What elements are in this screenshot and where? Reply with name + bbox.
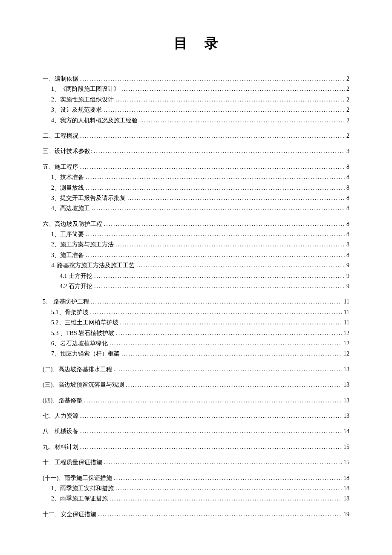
toc-dots: ........................................… [139,116,345,125]
toc-label: 5、 路基防护工程 [43,297,89,306]
toc-dots: ........................................… [86,173,345,182]
toc-entry: 3、施工准备 .................................… [51,251,349,260]
toc-page-number: 19 [343,510,349,519]
toc-dots: ........................................… [80,427,342,436]
table-of-contents: 一、编制依据 .................................… [43,74,349,519]
toc-dots: ........................................… [94,282,345,291]
toc-label: (三)、高边坡预留沉落量与观测 [43,380,124,390]
toc-page-number: 12 [343,339,349,348]
toc-dots: ........................................… [80,411,342,421]
toc-label: 十二、安全保证措施 [43,510,96,519]
toc-page-number: 8 [346,204,349,213]
toc-page-number: 13 [343,365,349,374]
toc-dots: ........................................… [86,230,345,239]
toc-entry: 五、施工程序 .................................… [43,162,349,172]
toc-page-number: 9 [346,261,349,270]
toc-dots: ........................................… [115,240,345,249]
toc-dots: ........................................… [110,494,342,503]
toc-page-number: 18 [343,474,349,483]
toc-page-number: 13 [343,396,349,405]
toc-label: 4.2 石方开挖 [60,282,92,291]
toc-page-number: 8 [346,162,349,172]
toc-entry: 5、 路基防护工程 ..............................… [43,297,349,306]
toc-page-number: 11 [344,308,349,317]
toc-page-number: 12 [343,349,349,358]
toc-entry: 八、机械设备 .................................… [43,427,349,436]
toc-entry: (三)、高边坡预留沉落量与观测 ........................… [43,380,349,390]
toc-entry: 6、岩石边坡植草绿化 .............................… [51,339,349,348]
toc-page-number: 18 [343,494,349,503]
toc-label: 2、雨季施工保证措施 [51,494,108,503]
toc-entry: 二、工程概况 .................................… [43,131,349,141]
toc-page-number: 2 [346,116,349,125]
toc-label: 1、技术准备 [51,173,84,182]
toc-page-number: 2 [346,131,349,141]
toc-label: 4.1 土方开挖 [60,272,92,281]
toc-dots: ........................................… [120,318,342,327]
toc-page-number: 8 [346,240,349,249]
toc-label: 三、设计技术参数: [43,147,92,156]
toc-dots: ........................................… [90,308,342,317]
toc-label: 一、编制依据 [43,74,78,84]
toc-page-number: 18 [343,484,349,493]
toc-entry: 4.1 土方开挖 ...............................… [60,272,349,281]
toc-entry: 2、测量放线 .................................… [51,183,349,193]
toc-label: (十一)、雨季施工保证措施 [43,474,112,483]
toc-entry: 2、施工方案与施工方法 ............................… [51,240,349,249]
toc-entry: 一、编制依据 .................................… [43,74,349,84]
toc-dots: ........................................… [80,162,345,172]
toc-entry: 4、高边坡施工 ................................… [51,204,349,213]
toc-dots: ........................................… [86,251,345,260]
toc-dots: ........................................… [115,484,342,493]
toc-label: (四)、路基修整 [43,396,82,405]
toc-page-number: 3 [346,147,349,156]
toc-label: 1、《两阶段施工图设计》 [51,84,120,94]
toc-page-number: 2 [346,84,349,94]
toc-dots: ........................................… [110,339,342,348]
toc-entry: 十、工程质量保证措施 .............................… [43,458,349,467]
toc-entry: 三、设计技术参数: ..............................… [43,147,349,156]
toc-label: 2、施工方案与施工方法 [51,240,114,249]
toc-page-number: 8 [346,183,349,193]
toc-entry: 7、预应力锚索（杆）框架 ...........................… [51,349,349,358]
toc-entry: 5.1、骨架护坡 ...............................… [51,308,349,317]
toc-label: 二、工程概况 [43,131,78,141]
toc-entry: 5.2、三维土工网植草护坡 ..........................… [51,318,349,327]
page-title: 目录 [43,34,349,53]
toc-page-number: 8 [346,251,349,260]
toc-dots: ........................................… [98,510,342,519]
toc-entry: 5.3 、TBS 岩石植被护坡 ........................… [51,329,349,338]
toc-label: 1、工序简要 [51,230,84,239]
toc-dots: ........................................… [94,147,345,156]
toc-entry: 七、人力资源 .................................… [43,411,349,421]
toc-dots: ........................................… [116,329,342,338]
toc-label: 八、机械设备 [43,427,78,436]
toc-dots: ........................................… [121,84,345,94]
toc-entry: 3、提交开工报告及请示批复 ..........................… [51,194,349,203]
toc-entry: 六、高边坡及防护工程 .............................… [43,220,349,229]
toc-dots: ........................................… [104,220,345,229]
toc-page-number: 2 [346,95,349,104]
toc-page-number: 8 [346,230,349,239]
toc-entry: 3、设计及规范要求 ..............................… [51,105,349,115]
toc-label: 2、实施性施工组织设计 [51,95,114,104]
toc-label: 五、施工程序 [43,162,78,172]
toc-dots: ........................................… [91,297,342,306]
toc-label: 七、人力资源 [43,411,78,421]
toc-label: 1、雨季施工安排和措施 [51,484,114,493]
toc-entry: 4. 路基挖方施工方法及施工工艺 .......................… [51,261,349,270]
toc-page-number: 8 [346,220,349,229]
toc-label: 4. 路基挖方施工方法及施工工艺 [51,261,135,270]
toc-dots: ........................................… [115,95,345,104]
toc-entry: 4、我方的人机料概况及施工经验 ........................… [51,116,349,125]
toc-dots: ........................................… [121,349,342,358]
toc-page-number: 15 [343,442,349,452]
toc-dots: ........................................… [92,204,345,213]
toc-page-number: 8 [346,173,349,182]
toc-entry: 1、工序简要 .................................… [51,230,349,239]
toc-label: 5.3 、TBS 岩石植被护坡 [51,329,114,338]
toc-dots: ........................................… [127,194,345,203]
toc-entry: 1、《两阶段施工图设计》 ...........................… [51,84,349,94]
toc-label: 6、岩石边坡植草绿化 [51,339,108,348]
toc-dots: ........................................… [80,74,345,84]
